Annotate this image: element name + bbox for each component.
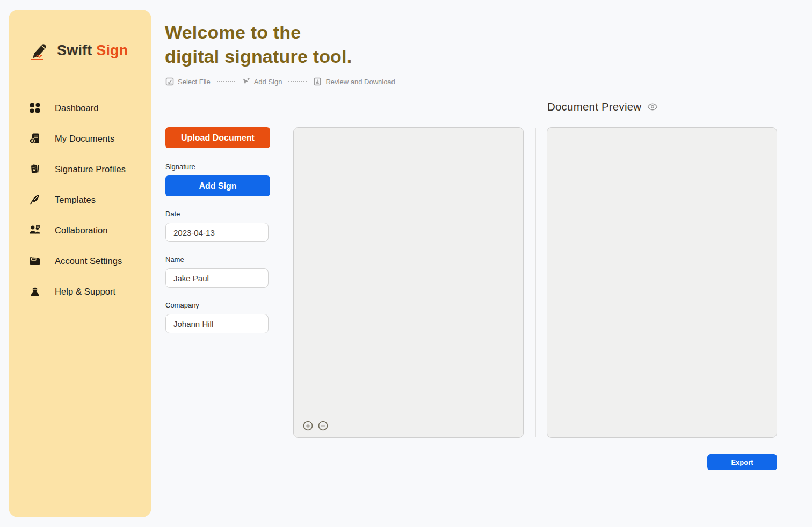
eye-icon[interactable] xyxy=(647,103,658,111)
add-sign-button[interactable]: Add Sign xyxy=(165,175,270,196)
select-file-icon xyxy=(165,77,174,86)
sidebar-item-label: Dashboard xyxy=(55,103,99,113)
help-support-icon xyxy=(29,286,41,297)
date-label: Date xyxy=(165,210,270,218)
zoom-out-icon[interactable] xyxy=(318,421,328,431)
step-select-file: Select File xyxy=(165,77,211,86)
stepper-connector xyxy=(217,81,235,82)
sidebar-item-label: Collaboration xyxy=(55,225,108,236)
signature-profiles-icon xyxy=(29,163,41,175)
sidebar-item-templates[interactable]: Templates xyxy=(29,191,141,209)
document-preview-canvas xyxy=(547,127,777,438)
date-input[interactable] xyxy=(165,223,269,242)
review-download-icon xyxy=(313,77,322,86)
add-sign-icon xyxy=(242,77,250,86)
sidebar: Swift Sign Dashboard xyxy=(9,10,151,517)
sidebar-item-help-support[interactable]: Help & Support xyxy=(29,282,141,301)
sidebar-item-collaboration[interactable]: Collaboration xyxy=(29,221,141,239)
zoom-in-icon[interactable] xyxy=(303,421,313,431)
sidebar-item-dashboard[interactable]: Dashboard xyxy=(29,99,141,117)
signature-label: Signature xyxy=(165,163,270,171)
sidebar-item-label: Account Settings xyxy=(55,256,122,266)
company-input[interactable] xyxy=(165,314,269,333)
zoom-controls xyxy=(303,421,328,431)
name-label: Name xyxy=(165,255,270,264)
page-title-line1: Welcome to the xyxy=(165,22,301,42)
templates-icon xyxy=(29,194,41,206)
stepper-connector xyxy=(288,81,307,82)
name-input[interactable] xyxy=(165,268,269,288)
upload-document-button[interactable]: Upload Document xyxy=(165,127,270,148)
account-settings-icon xyxy=(29,255,41,267)
sidebar-item-label: My Documents xyxy=(55,134,114,144)
brand-name: Swift Sign xyxy=(57,42,128,59)
brand-first: Swift xyxy=(57,42,92,58)
sidebar-nav: Dashboard My Documents xyxy=(29,99,141,313)
step-label: Add Sign xyxy=(254,78,282,86)
company-label: Comapany xyxy=(165,301,270,309)
sidebar-item-signature-profiles[interactable]: Signature Profiles xyxy=(29,160,141,178)
step-label: Select File xyxy=(178,78,211,86)
sidebar-item-my-documents[interactable]: My Documents xyxy=(29,129,141,148)
pen-signature-icon xyxy=(29,40,49,61)
dashboard-icon xyxy=(29,102,41,114)
collaboration-icon xyxy=(29,224,41,236)
app-window: Swift Sign Dashboard xyxy=(0,0,812,527)
document-preview-title: Document Preview xyxy=(547,100,641,113)
page-title-line2: digital signature tool. xyxy=(165,46,352,67)
preview-divider xyxy=(535,128,536,437)
brand-second: Sign xyxy=(96,42,128,58)
step-label: Review and Download xyxy=(325,78,395,86)
my-documents-icon xyxy=(29,133,41,144)
step-review-download: Review and Download xyxy=(313,77,395,86)
sidebar-item-label: Help & Support xyxy=(55,287,115,297)
signature-form: Upload Document Signature Add Sign Date … xyxy=(165,127,270,333)
document-preview-header: Document Preview xyxy=(547,100,658,113)
sidebar-item-account-settings[interactable]: Account Settings xyxy=(29,252,141,270)
export-button[interactable]: Export xyxy=(707,454,777,470)
document-canvas xyxy=(293,127,524,438)
step-add-sign: Add Sign xyxy=(242,77,282,86)
sidebar-item-label: Signature Profiles xyxy=(55,164,126,174)
sidebar-item-label: Templates xyxy=(55,195,96,205)
page-title: Welcome to the digital signature tool. xyxy=(165,20,352,69)
workflow-stepper: Select File Add Sign Review and Download xyxy=(165,77,395,86)
app-logo: Swift Sign xyxy=(29,40,128,61)
